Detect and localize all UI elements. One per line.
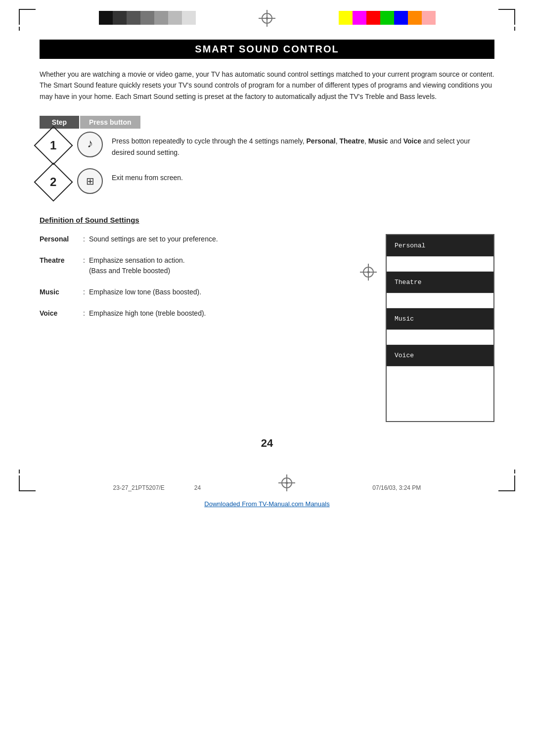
tv-menu-personal: Personal xyxy=(387,235,493,257)
step-2-row: 2 ⊞ Exit menu from screen. xyxy=(40,168,494,196)
def-term-theatre: Theatre xyxy=(40,255,79,266)
footer-link-area[interactable]: Downloaded From TV-Manual.com Manuals xyxy=(0,495,534,513)
def-item-voice: Voice : Emphasize high tone (treble boos… xyxy=(40,308,345,319)
step-1-row: 1 ♪ Press botton repeatedly to cycle thr… xyxy=(40,132,494,159)
tv-menu-theatre: Theatre xyxy=(387,272,493,293)
step-2-number: 2 xyxy=(50,175,56,189)
left-color-bars xyxy=(99,11,196,25)
right-color-bars xyxy=(339,11,436,25)
top-left-corner xyxy=(19,9,36,31)
step-1-voice: Voice xyxy=(403,137,421,145)
definition-title: Definition of Sound Settings xyxy=(40,216,494,224)
step-1-music: Music xyxy=(368,137,388,145)
tv-manual-link[interactable]: Downloaded From TV-Manual.com Manuals xyxy=(204,500,329,508)
bottom-center-reg xyxy=(278,474,295,491)
def-desc-theatre: Emphasize sensation to action.(Bass and … xyxy=(89,255,345,276)
step-1-icon: ♪ xyxy=(77,132,103,157)
tv-menu-voice: Voice xyxy=(387,345,493,367)
step-2-icon: ⊞ xyxy=(77,168,103,194)
tv-screen-mockup: Personal Theatre Music Voice xyxy=(386,234,494,422)
def-item-theatre: Theatre : Emphasize sensation to action.… xyxy=(40,255,345,276)
step-col-label: Step xyxy=(40,116,79,129)
footer-left-text: 23-27_21PT5207/E xyxy=(113,484,165,491)
def-term-personal: Personal xyxy=(40,234,79,244)
def-item-personal: Personal : Sound settings are set to you… xyxy=(40,234,345,244)
step-1-diamond: 1 xyxy=(34,126,73,165)
step-1-personal: Personal xyxy=(307,137,336,145)
top-registration-area xyxy=(0,0,534,35)
bottom-left-corner xyxy=(19,470,36,491)
intro-paragraph: Whether you are watching a movie or vide… xyxy=(40,69,494,102)
step-2-text: Exit menu from screen. xyxy=(112,168,494,183)
definition-content: Personal : Sound settings are set to you… xyxy=(40,234,494,422)
step-1-theatre: Theatre xyxy=(339,137,364,145)
def-desc-voice: Emphasize high tone (treble boosted). xyxy=(89,308,345,319)
page-title-bar: Smart Sound Control xyxy=(40,40,494,59)
press-button-label: Press button xyxy=(80,116,140,129)
right-reg-mark xyxy=(360,264,377,281)
definition-section: Definition of Sound Settings Personal : … xyxy=(40,216,494,422)
def-item-music: Music : Emphasize low tone (Bass boosted… xyxy=(40,287,345,297)
step-2-diamond: 2 xyxy=(34,163,73,202)
footer-right-text: 07/16/03, 3:24 PM xyxy=(372,484,421,491)
tv-menu-music: Music xyxy=(387,308,493,330)
def-desc-music: Emphasize low tone (Bass boosted). xyxy=(89,287,345,297)
step-header: Step Press button xyxy=(40,116,494,129)
bottom-center-left: 23-27_21PT5207/E 24 xyxy=(113,484,201,491)
page-number: 24 xyxy=(40,437,494,450)
step-1-number: 1 xyxy=(50,139,56,152)
main-content: Smart Sound Control Whether you are watc… xyxy=(0,35,534,465)
bottom-registration-area: 23-27_21PT5207/E 24 07/16/03, 3:24 PM xyxy=(0,470,534,495)
def-term-voice: Voice xyxy=(40,308,79,319)
definition-list: Personal : Sound settings are set to you… xyxy=(40,234,345,330)
page-title: Smart Sound Control xyxy=(49,44,485,55)
step-1-text: Press botton repeatedly to cycle through… xyxy=(112,132,494,158)
center-reg-mark xyxy=(259,10,275,27)
top-right-corner xyxy=(498,9,515,31)
bottom-right-corner xyxy=(498,470,515,491)
footer-center-text: 24 xyxy=(194,484,201,491)
footer-right-text-container: 07/16/03, 3:24 PM xyxy=(372,483,421,491)
def-desc-personal: Sound settings are set to your preferenc… xyxy=(89,234,345,244)
def-term-music: Music xyxy=(40,287,79,297)
